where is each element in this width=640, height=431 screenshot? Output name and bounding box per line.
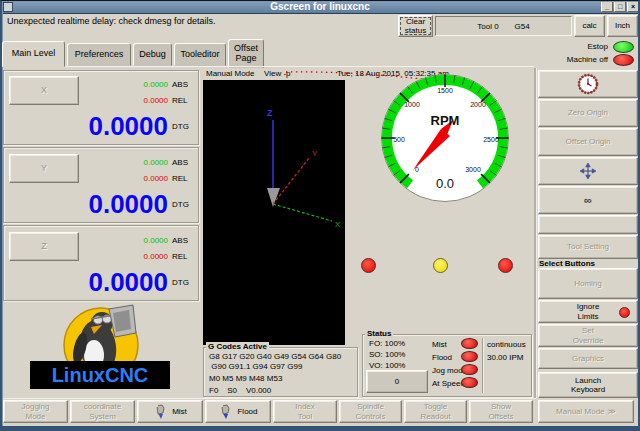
z-abs-value: 0.0000 bbox=[144, 236, 168, 245]
tool-readout: Tool 0 G54 bbox=[435, 16, 572, 36]
clear-status-button[interactable]: Clear status bbox=[398, 15, 433, 37]
manual-mode-label: Manual Mode bbox=[556, 407, 604, 416]
tab-tooleditor[interactable]: Tooleditor bbox=[174, 43, 226, 66]
z-rel-value: 0.0000 bbox=[144, 252, 168, 261]
jog-increment-entry[interactable]: 0 bbox=[366, 370, 428, 393]
x-dtg-value: 0.0000 bbox=[88, 111, 168, 142]
close-button[interactable]: × bbox=[627, 1, 639, 12]
mode-cycle-arrow-icon: ≫ bbox=[608, 407, 616, 416]
jogging-mode-button[interactable]: Jogging Mode bbox=[3, 400, 68, 423]
flood-status-label: Flood bbox=[432, 353, 452, 362]
y-dtg-value: 0.0000 bbox=[88, 189, 168, 220]
status-message: Unexpected realtime delay: check dmesg f… bbox=[7, 16, 216, 26]
ignore-limits-label: Ignore Limits bbox=[577, 302, 600, 320]
view-distance-button[interactable]: ∞ bbox=[538, 186, 638, 214]
abs-label: ABS bbox=[172, 158, 192, 167]
x-abs-row: 0.0000 ABS bbox=[144, 80, 192, 89]
z-axis-button[interactable]: Z bbox=[9, 232, 79, 261]
velocity-override: VO: 100% bbox=[369, 361, 405, 370]
x-axis-button[interactable]: X bbox=[9, 76, 79, 105]
minimize-button[interactable]: _ bbox=[601, 1, 613, 12]
estop-label: Estop bbox=[540, 42, 608, 51]
y-abs-row: 0.0000 ABS bbox=[144, 158, 192, 167]
ignore-limits-button[interactable]: Ignore Limits bbox=[538, 300, 638, 323]
mcodes-active: M0 M5 M9 M48 M53 bbox=[209, 374, 282, 383]
bottom-separator bbox=[0, 398, 536, 399]
spare-button[interactable] bbox=[538, 215, 638, 234]
calc-button[interactable]: calc bbox=[574, 15, 605, 37]
notebook-edge bbox=[0, 66, 534, 67]
index-tool-button[interactable]: Index Tool bbox=[273, 400, 337, 423]
logo-caption: LinuxCNC bbox=[52, 364, 149, 386]
manual-mode-button[interactable]: Manual Mode ≫ bbox=[538, 400, 634, 423]
tool-setting-button[interactable]: Tool Setting bbox=[538, 235, 638, 259]
z-abs-row: 0.0000 ABS bbox=[144, 236, 192, 245]
x-dtg-row: 0.0000 DTG bbox=[88, 111, 192, 142]
move-origin-button[interactable] bbox=[538, 157, 638, 185]
gauge-tick-3000: 3000 bbox=[465, 166, 481, 173]
rel-label: REL bbox=[172, 96, 192, 105]
gremlin-viewport[interactable]: Z Y X bbox=[203, 80, 345, 345]
gauge-value: 0.0 bbox=[436, 176, 454, 191]
offset-origin-button[interactable]: Offset Origin bbox=[538, 128, 638, 156]
window-title: Gscreen for linuxcnc bbox=[270, 1, 369, 12]
z-axis-panel: Z 0.0000 ABS 0.0000 REL 0.0000 DTG bbox=[3, 225, 199, 301]
launch-keyboard-button[interactable]: Launch Keyboard bbox=[538, 372, 638, 398]
feed-override: FO: 100% bbox=[369, 339, 405, 348]
y-axis-label: Y bbox=[312, 149, 318, 158]
indicator-led-left bbox=[361, 258, 376, 273]
coordinate-system-button[interactable]: coordinate System bbox=[70, 400, 135, 423]
graphics-button[interactable]: Graphics bbox=[538, 348, 638, 369]
mist-button-label: Mist bbox=[172, 407, 187, 416]
gauge-tick-2500: 2500 bbox=[483, 136, 499, 143]
zero-origin-button[interactable]: Zero Origin bbox=[538, 99, 638, 127]
clock-icon bbox=[577, 73, 599, 95]
title-bar: Gscreen for linuxcnc bbox=[0, 0, 640, 14]
at-speed-status-label: At Speed bbox=[432, 379, 465, 388]
gcodes-title: G Codes Active bbox=[206, 342, 269, 351]
rpm-gauge: 0 500 1000 1500 2000 2500 3000 RPM 0.0 bbox=[380, 73, 510, 203]
linuxcnc-logo: LinuxCNC bbox=[3, 303, 199, 397]
x-axis-label: X bbox=[335, 220, 341, 229]
tab-preferences[interactable]: Preferences bbox=[67, 43, 131, 66]
toggle-readout-button[interactable]: Toggle Readout bbox=[404, 400, 467, 423]
z-rel-row: 0.0000 REL bbox=[144, 252, 192, 261]
clock-button[interactable] bbox=[538, 70, 638, 98]
abs-label: ABS bbox=[172, 80, 192, 89]
mist-led bbox=[461, 338, 478, 349]
flood-button-label: Flood bbox=[237, 407, 257, 416]
flood-button[interactable]: Flood bbox=[205, 400, 271, 423]
y-abs-value: 0.0000 bbox=[144, 158, 168, 167]
flood-spray-icon bbox=[218, 404, 233, 420]
tab-offset-page[interactable]: Offset Page bbox=[228, 39, 264, 68]
mist-button[interactable]: Mist bbox=[137, 400, 203, 423]
mode-label: Manual Mode bbox=[206, 69, 254, 78]
y-axis-button[interactable]: Y bbox=[9, 154, 79, 183]
infinity-icon: ∞ bbox=[584, 194, 592, 207]
status-title: Status bbox=[365, 329, 393, 338]
select-buttons-label: Select Buttons bbox=[539, 259, 595, 268]
units-button[interactable]: Inch bbox=[607, 15, 638, 37]
homing-button[interactable]: Homing bbox=[538, 268, 638, 299]
ignore-limits-led bbox=[619, 307, 630, 318]
mist-status-label: Mist bbox=[432, 340, 447, 349]
tab-debug[interactable]: Debug bbox=[133, 43, 172, 66]
jog-rate-value: 30.00 IPM bbox=[487, 353, 523, 362]
dtg-label: DTG bbox=[172, 122, 192, 131]
maximize-button[interactable]: □ bbox=[614, 1, 626, 12]
x-rel-value: 0.0000 bbox=[144, 96, 168, 105]
gauge-title: RPM bbox=[431, 113, 460, 128]
show-offsets-button[interactable]: Show Offsets bbox=[469, 400, 533, 423]
paned-divider[interactable] bbox=[534, 68, 536, 398]
mist-spray-icon bbox=[153, 404, 168, 420]
spindle-controls-button[interactable]: Spindle Controls bbox=[339, 400, 402, 423]
tab-main-level[interactable]: Main Level bbox=[2, 41, 65, 67]
window-icon bbox=[3, 2, 13, 12]
move-axes-icon bbox=[580, 163, 596, 179]
coord-system: G54 bbox=[515, 22, 530, 31]
tool-number: Tool 0 bbox=[477, 22, 498, 31]
gcodes-active: G8 G17 G20 G40 G49 G54 G64 G80 G90 G91.1… bbox=[209, 352, 341, 372]
x-axis-panel: X 0.0000 ABS 0.0000 REL 0.0000 DTG bbox=[3, 70, 199, 145]
set-override-button[interactable]: Set Override bbox=[538, 324, 638, 347]
axis-triad: Z Y X bbox=[203, 80, 345, 345]
